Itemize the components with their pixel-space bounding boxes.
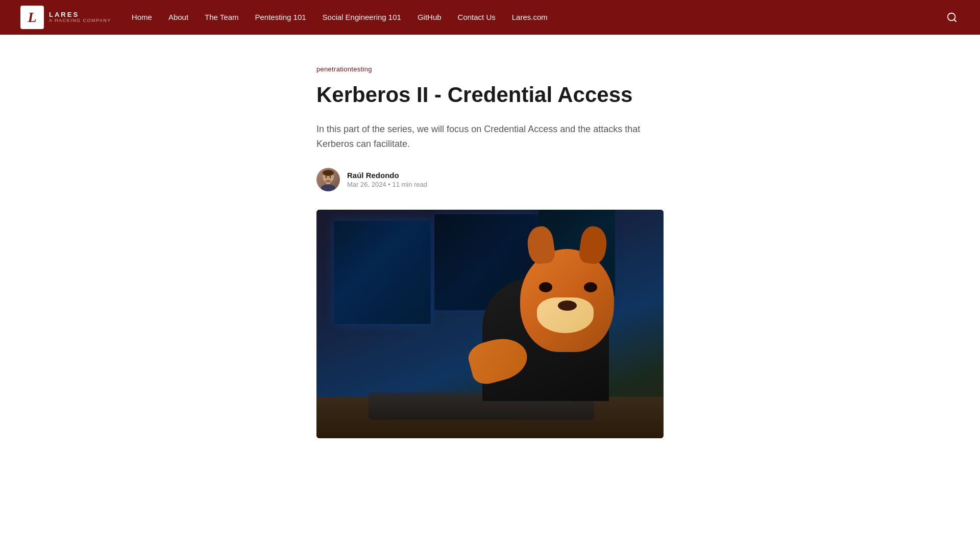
nav-link-home[interactable]: Home xyxy=(132,13,152,21)
nav-item-the-team[interactable]: The Team xyxy=(205,13,238,22)
nav-item-contact[interactable]: Contact Us xyxy=(458,13,496,22)
main-content: penetrationtesting Kerberos II - Credent… xyxy=(306,35,674,479)
hero-image xyxy=(316,210,664,438)
svg-point-6 xyxy=(326,176,327,178)
author-info: Raúl Redondo Mar 26, 2024 • 11 min read xyxy=(347,171,427,188)
logo-subtitle: A HACKING COMPANY xyxy=(49,18,111,23)
hero-image-container xyxy=(316,210,664,438)
article-read-time: 11 min read xyxy=(392,181,427,188)
avatar-face-icon xyxy=(316,168,340,191)
svg-point-9 xyxy=(326,180,331,182)
svg-point-7 xyxy=(330,176,331,178)
author-avatar xyxy=(316,168,340,191)
search-icon xyxy=(946,12,958,23)
nav-link-lares[interactable]: Lares.com xyxy=(512,13,548,21)
dog-figure xyxy=(455,233,636,438)
nav-link-github[interactable]: GitHub xyxy=(418,13,442,21)
category-tag[interactable]: penetrationtesting xyxy=(316,65,664,73)
dog-right-eye xyxy=(584,282,597,292)
nav-link-social-engineering[interactable]: Social Engineering 101 xyxy=(323,13,401,21)
nav-link-the-team[interactable]: The Team xyxy=(205,13,238,21)
nav-link-pentesting[interactable]: Pentesting 101 xyxy=(255,13,306,21)
dog-nose xyxy=(558,300,577,311)
nav-item-pentesting[interactable]: Pentesting 101 xyxy=(255,13,306,22)
logo-box: L xyxy=(20,6,44,29)
author-row: Raúl Redondo Mar 26, 2024 • 11 min read xyxy=(316,168,664,191)
svg-line-1 xyxy=(954,19,956,21)
nav-item-about[interactable]: About xyxy=(168,13,188,22)
navbar-right xyxy=(944,10,960,25)
svg-point-8 xyxy=(328,179,329,180)
article-subtitle: In this part of the series, we will focu… xyxy=(316,122,664,152)
logo-container[interactable]: L LARES A HACKING COMPANY xyxy=(20,6,111,29)
navbar-left: L LARES A HACKING COMPANY Home About The… xyxy=(20,6,548,29)
nav-item-lares[interactable]: Lares.com xyxy=(512,13,548,22)
svg-point-5 xyxy=(321,184,335,191)
author-name[interactable]: Raúl Redondo xyxy=(347,171,427,180)
monitor-screen-1 xyxy=(334,221,431,324)
nav-item-home[interactable]: Home xyxy=(132,13,152,22)
search-button[interactable] xyxy=(944,10,960,25)
nav-link-contact[interactable]: Contact Us xyxy=(458,13,496,21)
nav-link-about[interactable]: About xyxy=(168,13,188,21)
dog-left-eye xyxy=(539,282,552,292)
article-date: Mar 26, 2024 xyxy=(347,181,386,188)
dog-head xyxy=(520,249,614,352)
svg-point-3 xyxy=(323,170,334,176)
nav-item-social-engineering[interactable]: Social Engineering 101 xyxy=(323,13,401,22)
logo-text: LARES A HACKING COMPANY xyxy=(49,11,111,23)
nav-item-github[interactable]: GitHub xyxy=(418,13,442,22)
navbar: L LARES A HACKING COMPANY Home About The… xyxy=(0,0,980,35)
avatar-placeholder xyxy=(316,168,340,191)
article-meta: Mar 26, 2024 • 11 min read xyxy=(347,181,427,188)
nav-links: Home About The Team Pentesting 101 Socia… xyxy=(132,13,548,22)
dog-body xyxy=(455,233,636,438)
logo-name: LARES xyxy=(49,11,111,18)
logo-letter: L xyxy=(28,9,36,26)
article-title: Kerberos II - Credential Access xyxy=(316,82,664,108)
